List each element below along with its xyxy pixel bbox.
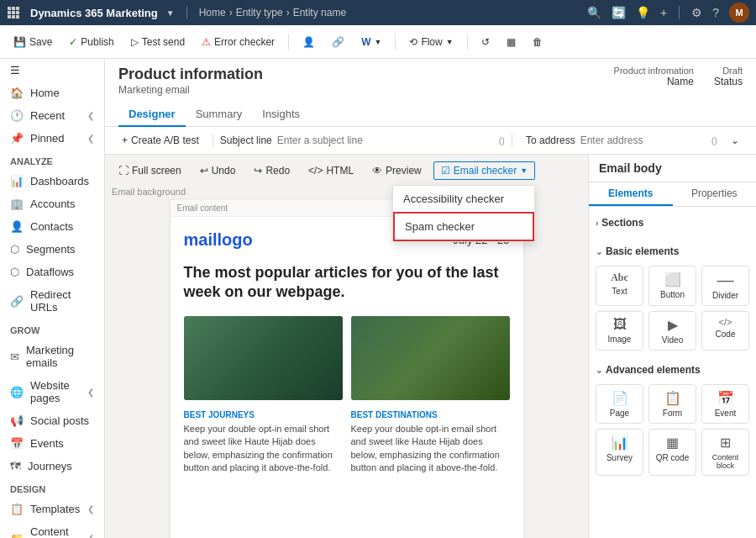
page-title-area: Product information Marketing email (118, 66, 263, 96)
refresh-button[interactable]: ↺ (475, 33, 496, 51)
avatar[interactable]: M (729, 3, 749, 23)
table-button[interactable]: ▦ (500, 33, 522, 51)
flow-button[interactable]: ⟲ Flow ▼ (402, 33, 459, 51)
lightbulb-icon[interactable]: 💡 (636, 6, 650, 19)
sections-chevron-right-icon: › (596, 219, 598, 228)
element-text[interactable]: Abc Text (596, 266, 643, 306)
hamburger-icon: ☰ (10, 64, 20, 76)
meta-name: Product infromation Name (614, 66, 694, 87)
accounts-icon: 🏢 (10, 198, 24, 210)
full-screen-button[interactable]: ⛶ Full screen (112, 162, 188, 179)
email-img-placeholder-1 (184, 316, 343, 400)
tab-insights[interactable]: Insights (252, 103, 310, 127)
main-toolbar: 💾 Save ✓ Publish ▷ Test send ⚠ Error che… (0, 25, 756, 59)
spam-checker-item[interactable]: Spam checker (393, 212, 534, 241)
sidebar-item-dashboards[interactable]: 📊 Dashboards (0, 170, 104, 193)
element-button[interactable]: ⬜ Button (648, 266, 696, 306)
waffle-menu[interactable] (7, 6, 20, 19)
sidebar-item-social-posts[interactable]: 📢 Social posts (0, 409, 104, 432)
element-qr-code[interactable]: ▦ QR code (648, 429, 696, 476)
settings-icon[interactable]: ⚙ (691, 6, 702, 19)
preview-button[interactable]: 👁 Preview (365, 162, 428, 179)
refresh-icon[interactable]: 🔄 (612, 6, 626, 19)
element-content-block[interactable]: ⊞ Content block (701, 429, 749, 476)
breadcrumb-entity-name[interactable]: Entity name (293, 7, 346, 18)
sidebar-item-marketing-emails[interactable]: ✉ Marketing emails (0, 339, 104, 374)
delete-button[interactable]: 🗑 (526, 33, 549, 51)
email-checker-button[interactable]: ☑ Email checker ▼ (433, 161, 535, 180)
table-icon: ▦ (507, 36, 516, 48)
tab-designer[interactable]: Designer (118, 103, 186, 127)
refresh-icon: ↺ (481, 36, 490, 48)
element-survey[interactable]: 📊 Survey (596, 429, 643, 476)
create-ab-test-button[interactable]: + Create A/B test (115, 132, 206, 149)
share-button[interactable]: 👤 (296, 33, 322, 51)
subject-line-toolbar: + Create A/B test Subject line () To add… (105, 127, 756, 155)
sidebar-item-dataflows[interactable]: ⬡ Dataflows (0, 261, 104, 283)
advanced-elements-label: Advanced elements (606, 364, 701, 376)
undo-button[interactable]: ↩ Undo (193, 162, 243, 179)
element-form[interactable]: 📋 Form (648, 384, 696, 424)
sidebar-item-contacts[interactable]: 👤 Contacts (0, 215, 104, 238)
collapse-button[interactable]: ⌄ (724, 132, 746, 149)
sidebar-item-recent[interactable]: 🕐 Recent ❮ (0, 104, 104, 127)
sidebar-item-events[interactable]: 📅 Events (0, 432, 104, 455)
sidebar-item-templates[interactable]: 📋 Templates ❮ (0, 498, 104, 520)
test-send-button[interactable]: ▷ Test send (124, 33, 192, 51)
element-event[interactable]: 📅 Event (701, 384, 749, 424)
tab-summary[interactable]: Summary (186, 103, 253, 127)
basic-chevron-down-icon: ⌄ (596, 247, 602, 256)
grow-section-header: Grow (0, 319, 104, 339)
sidebar-item-journeys[interactable]: 🗺 Journeys (0, 455, 104, 477)
breadcrumb-home[interactable]: Home (199, 7, 226, 18)
publish-button[interactable]: ✓ Publish (62, 33, 120, 51)
breadcrumb-entity-type[interactable]: Entity type (236, 7, 283, 18)
editor-row: ⛶ Full screen ↩ Undo ↪ Redo </> (105, 155, 756, 538)
sidebar-item-pinned[interactable]: 📌 Pinned ❮ (0, 127, 104, 150)
subject-line-area: Subject line () (220, 134, 505, 146)
sidebar-item-home[interactable]: 🏠 Home (0, 82, 104, 104)
sidebar-item-content-library[interactable]: 📁 Content library ❮ (0, 520, 104, 538)
panel-tab-properties[interactable]: Properties (673, 182, 757, 206)
panel-tab-elements[interactable]: Elements (589, 182, 673, 206)
search-icon[interactable]: 🔍 (587, 6, 601, 19)
save-icon: 💾 (13, 36, 26, 48)
html-button[interactable]: </> HTML (302, 162, 360, 179)
sidebar-item-redirect-urls[interactable]: 🔗 Redirect URLs (0, 283, 104, 319)
chevron-right-icon: ❮ (87, 504, 94, 514)
element-video[interactable]: ▶ Video (648, 311, 696, 351)
element-page[interactable]: 📄 Page (596, 384, 643, 424)
email-article-2: BEST DESTINATIONS Keep your double opt-i… (351, 410, 510, 475)
sidebar-item-accounts[interactable]: 🏢 Accounts (0, 193, 104, 215)
collapse-icon: ⌄ (731, 134, 739, 146)
link-button[interactable]: 🔗 (325, 33, 351, 51)
sections-header[interactable]: › Sections (596, 214, 749, 232)
save-button[interactable]: 💾 Save (7, 33, 59, 51)
add-icon[interactable]: + (660, 6, 667, 19)
subject-input[interactable] (277, 134, 494, 146)
flow-icon: ⟲ (409, 36, 417, 48)
redo-button[interactable]: ↪ Redo (247, 162, 297, 179)
help-icon[interactable]: ? (712, 6, 719, 19)
sidebar-item-segments[interactable]: ⬡ Segments (0, 238, 104, 261)
to-address-input[interactable] (580, 134, 706, 146)
to-bracket: () (711, 135, 717, 145)
library-icon: 📁 (10, 532, 24, 539)
app-name[interactable]: Dynamics 365 Marketing (30, 7, 158, 19)
email-img-placeholder-2 (351, 316, 510, 400)
advanced-elements-header[interactable]: ⌄ Advanced elements (596, 361, 749, 379)
basic-elements-grid: Abc Text ⬜ Button — Divider (596, 266, 749, 351)
publish-icon: ✓ (69, 36, 77, 48)
basic-elements-header[interactable]: ⌄ Basic elements (596, 242, 749, 261)
test-send-icon: ▷ (131, 36, 139, 48)
element-divider[interactable]: — Divider (701, 266, 749, 306)
element-image[interactable]: 🖼 Image (596, 311, 643, 351)
sidebar-toggle[interactable]: ☰ (0, 59, 104, 82)
error-checker-button[interactable]: ⚠ Error checker (195, 33, 281, 51)
sidebar-item-website-pages[interactable]: 🌐 Website pages ❮ (0, 374, 104, 409)
word-button[interactable]: W ▼ (354, 33, 388, 51)
element-code[interactable]: </> Code (701, 311, 749, 351)
accessibility-checker-item[interactable]: Accessibility checker (393, 186, 534, 212)
checker-chevron-icon: ▼ (520, 166, 528, 175)
to-address-label: To address (526, 134, 575, 146)
